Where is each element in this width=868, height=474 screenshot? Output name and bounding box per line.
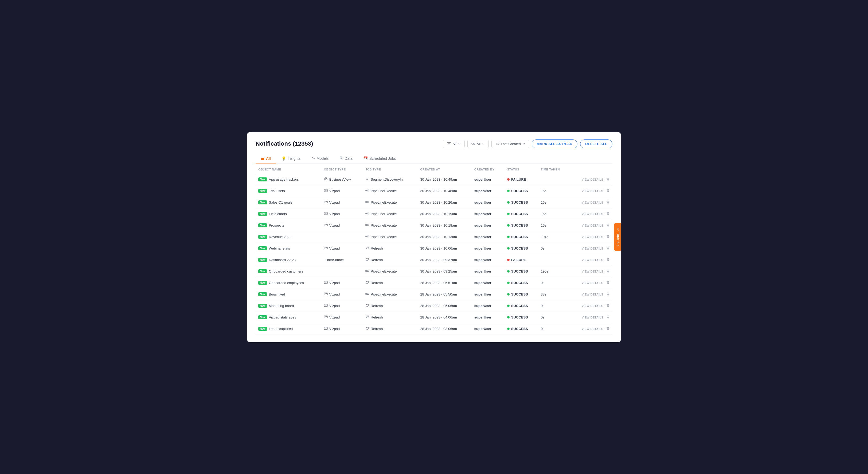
view-details-button[interactable]: VIEW DETAILS	[582, 212, 603, 216]
delete-row-button[interactable]	[606, 189, 610, 194]
job-type-icon	[365, 327, 369, 331]
cell-object-name: New Sales Q1 goals	[256, 197, 321, 208]
view-details-button[interactable]: VIEW DETAILS	[582, 258, 603, 262]
new-badge: New	[258, 235, 267, 239]
delete-row-button[interactable]	[606, 280, 610, 285]
new-badge: New	[258, 189, 267, 193]
view-details-button[interactable]: VIEW DETAILS	[582, 178, 603, 181]
cell-actions: VIEW DETAILS	[569, 208, 612, 219]
table-row: New Vizpad stats 2023 Vizpad Refresh 28 …	[256, 312, 612, 323]
cell-created-by: superUser	[472, 300, 504, 312]
cell-created-at: 30 Jan, 2023 - 10:06am	[418, 243, 472, 254]
tab-data-label: Data	[344, 156, 352, 160]
cell-created-by: superUser	[472, 289, 504, 300]
cell-time-taken: 16s	[538, 197, 570, 208]
cell-object-type: Vizpad	[321, 277, 363, 289]
delete-row-button[interactable]	[606, 223, 610, 228]
view-details-button[interactable]: VIEW DETAILS	[582, 235, 603, 239]
cell-created-by: superUser	[472, 254, 504, 266]
delete-row-button[interactable]	[606, 235, 610, 239]
svg-rect-30	[366, 293, 367, 294]
cell-created-by: superUser	[472, 277, 504, 289]
cell-created-at: 30 Jan, 2023 - 10:13am	[418, 231, 472, 243]
job-type-icon	[365, 235, 369, 239]
object-type-icon	[324, 292, 328, 297]
cell-object-type: Vizpad	[321, 243, 363, 254]
new-badge: New	[258, 292, 267, 296]
view-details-button[interactable]: VIEW DETAILS	[582, 327, 603, 330]
object-type-text: Vizpad	[329, 327, 340, 331]
header: Notifications (12353) All All	[256, 140, 612, 148]
delete-row-button[interactable]	[606, 315, 610, 320]
status-text: SUCCESS	[511, 189, 528, 193]
cell-object-type: Vizpad	[321, 300, 363, 312]
status-text: SUCCESS	[511, 212, 528, 216]
delete-row-button[interactable]	[606, 246, 610, 251]
svg-rect-11	[367, 201, 368, 203]
filter-dropdown[interactable]: All	[443, 140, 464, 148]
scheduled-jobs-tab-icon: 📅	[363, 156, 368, 160]
svg-rect-31	[367, 293, 368, 294]
cell-object-name: New Dashboard 22-23	[256, 254, 321, 266]
delete-row-button[interactable]	[606, 212, 610, 216]
tab-insights[interactable]: 💡 Insights	[276, 154, 306, 164]
delete-row-button[interactable]	[606, 258, 610, 262]
job-type-text: SegmentDiscoveryIn	[371, 177, 403, 181]
delete-row-button[interactable]	[606, 292, 610, 297]
view-details-button[interactable]: VIEW DETAILS	[582, 316, 603, 319]
status-dot	[507, 328, 509, 330]
cell-status: SUCCESS	[504, 243, 538, 254]
delete-row-button[interactable]	[606, 303, 610, 308]
delete-row-button[interactable]	[606, 327, 610, 331]
svg-rect-19	[367, 224, 368, 226]
delete-all-button[interactable]: DELETE ALL	[580, 140, 612, 148]
cell-time-taken: 16s	[538, 219, 570, 231]
job-type-icon	[365, 292, 369, 297]
new-badge: New	[258, 177, 267, 181]
col-created-by: CREATED BY	[472, 164, 504, 174]
view-details-button[interactable]: VIEW DETAILS	[582, 293, 603, 296]
job-type-text: PipeLineExecute	[371, 235, 397, 239]
view-dropdown[interactable]: All	[467, 140, 489, 148]
cell-object-type	[321, 266, 363, 277]
page-title: Notifications (12353)	[256, 140, 313, 147]
view-details-button[interactable]: VIEW DETAILS	[582, 282, 603, 285]
tutorials-tab[interactable]: ❮ Tutorials	[614, 223, 621, 250]
object-name-text: Sales Q1 goals	[269, 200, 292, 204]
cell-object-name: New Vizpad stats 2023	[256, 312, 321, 323]
svg-rect-25	[366, 270, 367, 271]
tab-models-label: Models	[316, 156, 329, 160]
delete-row-button[interactable]	[606, 177, 610, 182]
cell-created-by: superUser	[472, 266, 504, 277]
object-type-text: BusinessView	[329, 177, 351, 181]
cell-actions: VIEW DETAILS	[569, 323, 612, 334]
mark-all-read-button[interactable]: MARK ALL AS READ	[532, 140, 578, 148]
object-name-text: Revenue 2022	[269, 235, 292, 239]
cell-object-name: New Revenue 2022	[256, 231, 321, 243]
sort-dropdown[interactable]: Last Created	[491, 140, 529, 148]
cell-created-by: superUser	[472, 231, 504, 243]
trash-icon	[606, 292, 610, 296]
cell-created-at: 28 Jan, 2023 - 05:06am	[418, 300, 472, 312]
view-details-button[interactable]: VIEW DETAILS	[582, 189, 603, 192]
tab-models[interactable]: Models	[306, 154, 334, 164]
view-details-button[interactable]: VIEW DETAILS	[582, 270, 603, 273]
cell-object-type: Vizpad	[321, 312, 363, 323]
cell-created-by: superUser	[472, 219, 504, 231]
tab-all[interactable]: ☰ All	[256, 154, 276, 164]
cell-created-at: 30 Jan, 2023 - 10:49am	[418, 174, 472, 185]
cell-object-name: New Trial users	[256, 185, 321, 197]
new-badge: New	[258, 224, 267, 227]
tab-data[interactable]: 🗄 Data	[334, 154, 358, 164]
view-details-button[interactable]: VIEW DETAILS	[582, 224, 603, 227]
view-details-button[interactable]: VIEW DETAILS	[582, 304, 603, 307]
view-details-button[interactable]: VIEW DETAILS	[582, 247, 603, 250]
object-name-text: Webinar stats	[269, 246, 290, 250]
delete-row-button[interactable]	[606, 269, 610, 274]
delete-row-button[interactable]	[606, 200, 610, 205]
tab-scheduled-jobs[interactable]: 📅 Scheduled Jobs	[358, 154, 401, 164]
new-badge: New	[258, 258, 267, 262]
svg-rect-18	[366, 224, 367, 226]
view-details-button[interactable]: VIEW DETAILS	[582, 201, 603, 204]
col-status: STATUS	[504, 164, 538, 174]
